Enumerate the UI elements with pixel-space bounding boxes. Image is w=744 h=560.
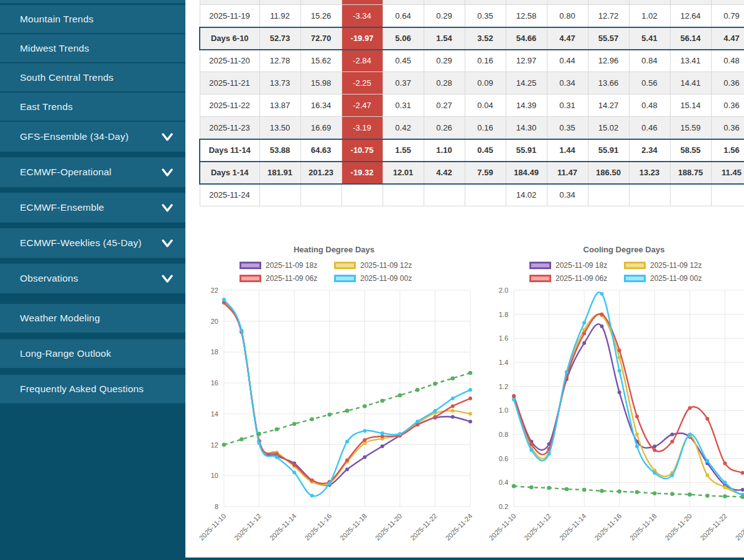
svg-text:2025-11-10: 2025-11-10 <box>198 512 228 542</box>
series-line-2025-11-09-12z <box>224 301 470 485</box>
table-row: Days 6-1052.7372.70-19.975.061.543.5254.… <box>200 27 744 50</box>
chart-title: Heating Degree Days <box>192 245 477 254</box>
legend-swatch <box>334 275 356 282</box>
legend-item[interactable]: 2025-11-09 06z <box>239 274 334 283</box>
table-cell: 14.27 <box>588 94 629 117</box>
table-row: 2025-11-2113.7315.98-2.250.370.280.0914.… <box>200 72 744 94</box>
legend-item[interactable]: 2025-11-09 12z <box>624 261 718 270</box>
table-cell: 14.41 <box>670 72 711 94</box>
svg-text:2025-11-16: 2025-11-16 <box>303 512 333 542</box>
table-cell <box>342 184 383 206</box>
row-label: 2025-11-21 <box>200 72 259 94</box>
table-cell: 64.63 <box>300 139 342 162</box>
table-cell: 54.66 <box>506 27 547 50</box>
row-label: Days 1-14 <box>200 162 259 184</box>
sidebar-item-east-trends[interactable]: East Trends <box>0 93 185 121</box>
sidebar-item-long-range-outlook[interactable]: Long-Range Outlook <box>0 339 185 368</box>
table-cell: -19.97 <box>342 27 383 50</box>
svg-text:2025-11-12: 2025-11-12 <box>523 512 552 542</box>
table-cell: 13.23 <box>629 162 670 184</box>
table-cell: 16.69 <box>300 117 342 139</box>
legend-item[interactable]: 2025-11-09 18z <box>529 261 624 270</box>
sidebar-item-gfs-ensemble-34-day[interactable]: GFS-Ensemble (34-Day) <box>0 122 185 152</box>
sidebar-item-weather-modeling[interactable]: Weather Modeling <box>0 304 185 333</box>
table-cell: 0.27 <box>424 94 465 117</box>
sidebar-item-ecmwf-operational[interactable]: ECMWF-Operational <box>0 157 185 187</box>
svg-text:2025-11-14: 2025-11-14 <box>268 512 298 542</box>
table-cell: 188.75 <box>670 162 711 184</box>
sidebar-item-label: Midwest Trends <box>20 43 89 54</box>
table-cell: 72.70 <box>300 27 342 50</box>
sidebar-item-midwest-trends[interactable]: Midwest Trends <box>0 34 185 62</box>
table-cell <box>465 0 506 5</box>
legend-swatch <box>529 262 551 269</box>
legend-swatch <box>239 275 261 282</box>
sidebar-item-south-central-trends[interactable]: South Central Trends <box>0 63 185 91</box>
table-cell <box>670 184 711 206</box>
sidebar-item-partial <box>0 0 185 3</box>
table-cell <box>342 0 383 5</box>
table-cell: 0.04 <box>465 94 506 117</box>
table-cell: -2.84 <box>342 50 383 72</box>
series-line-2025-11-09-00z <box>224 300 470 496</box>
table-cell: 4.42 <box>424 162 465 184</box>
svg-text:12: 12 <box>211 441 218 449</box>
table-cell: 12.01 <box>383 162 424 184</box>
table-cell: 0.46 <box>629 117 670 139</box>
svg-text:1.6: 1.6 <box>499 334 508 342</box>
svg-text:2025-11-18: 2025-11-18 <box>628 512 658 542</box>
table-cell: 184.49 <box>506 162 547 184</box>
sidebar-item-frequently-asked-questions[interactable]: Frequently Asked Questions <box>0 375 185 403</box>
table-cell: 0.84 <box>629 50 670 72</box>
table-cell: 0.37 <box>383 72 424 94</box>
table-cell: 0.29 <box>424 50 465 72</box>
row-label: Days 11-14 <box>200 139 259 162</box>
table-cell: 14.30 <box>506 117 547 139</box>
table-cell: 56.14 <box>670 27 711 50</box>
series-line-2025-11-09-00z <box>514 292 744 495</box>
table-cell: 12.72 <box>588 5 629 27</box>
x-axis-labels: 2025-11-102025-11-122025-11-142025-11-16… <box>488 512 744 542</box>
sidebar-item-mountain-trends[interactable]: Mountain Trends <box>0 5 185 33</box>
table-cell: 13.87 <box>259 94 300 117</box>
table-row: 2025-11-2313.5016.69-3.190.420.260.1614.… <box>200 117 744 139</box>
svg-text:1.4: 1.4 <box>499 359 508 366</box>
sidebar-nav-secondary: Weather ModelingLong-Range OutlookFreque… <box>0 304 185 403</box>
trends-table: 2025-11-1911.9215.26-3.340.640.290.3512.… <box>199 0 744 206</box>
chevron-down-icon <box>162 239 173 247</box>
table-cell: 0.29 <box>424 5 465 27</box>
svg-text:0.4: 0.4 <box>499 479 508 486</box>
svg-text:0.6: 0.6 <box>499 455 508 462</box>
table-cell <box>424 0 465 5</box>
svg-text:16: 16 <box>211 379 218 387</box>
table-cell: 12.58 <box>506 5 547 27</box>
table-cell <box>670 0 711 5</box>
legend-item[interactable]: 2025-11-09 18z <box>239 261 334 270</box>
svg-text:8: 8 <box>215 503 218 510</box>
legend-swatch <box>239 262 261 269</box>
svg-text:2025-11-16: 2025-11-16 <box>593 512 623 542</box>
table-cell <box>259 184 300 206</box>
legend-item[interactable]: 2025-11-09 06z <box>529 274 624 283</box>
row-label: 2025-11-23 <box>200 117 259 139</box>
table-cell <box>465 184 506 206</box>
series-points-2025-11-09-12z <box>222 299 472 485</box>
sidebar-item-ecmwf-weeklies-45-day[interactable]: ECMWF-Weeklies (45-Day) <box>0 228 185 258</box>
table-row: Days 1-14181.91201.23-19.3212.014.427.59… <box>200 162 744 184</box>
legend-swatch <box>334 262 356 269</box>
table-cell: 0.79 <box>711 5 744 27</box>
sidebar-item-ecmwf-ensemble[interactable]: ECMWF-Ensemble <box>0 193 185 223</box>
legend-item[interactable]: 2025-11-09 00z <box>334 274 429 283</box>
svg-text:2025-11-20: 2025-11-20 <box>664 512 694 542</box>
legend-item[interactable]: 2025-11-09 00z <box>624 274 718 283</box>
table-cell: 14.39 <box>506 94 547 117</box>
sidebar-item-observations[interactable]: Observations <box>0 264 185 293</box>
table-cell: 11.45 <box>711 162 744 184</box>
legend-item[interactable]: 2025-11-09 12z <box>334 261 429 270</box>
svg-text:2025-11-12: 2025-11-12 <box>233 512 263 542</box>
table-cell <box>383 184 424 206</box>
svg-text:20: 20 <box>211 318 218 325</box>
table-cell: 0.80 <box>547 5 588 27</box>
table-cell: 1.44 <box>547 139 588 162</box>
main-content: 2025-11-1911.9215.26-3.340.640.290.3512.… <box>185 0 744 560</box>
